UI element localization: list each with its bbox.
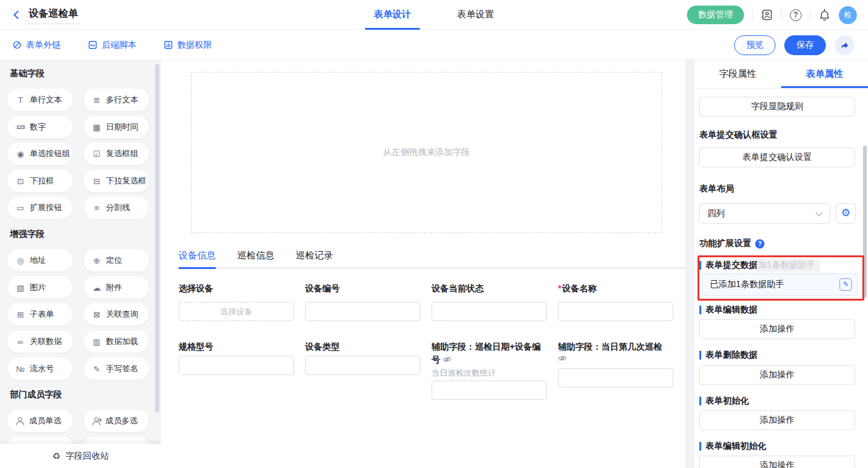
field-aux-date-deviceno[interactable]: 辅助字段：巡检日期+设备编号 当日巡检次数统计	[432, 340, 547, 400]
tab-field-properties[interactable]: 字段属性	[694, 60, 781, 88]
data-permission-action[interactable]: 数据权限	[164, 40, 212, 51]
properties-panel: 字段属性 表单属性 字段显隐规则 表单提交确认框设置 表单提交确认设置 表单布局…	[694, 60, 868, 468]
submit-confirm-settings-button[interactable]: 表单提交确认设置	[699, 148, 855, 167]
field-device-status[interactable]: 设备当前状态	[432, 282, 547, 321]
help-icon[interactable]: ?	[790, 9, 802, 21]
radio-icon: ◉	[16, 150, 25, 158]
backend-script-action[interactable]: 后端脚本	[88, 40, 136, 51]
field-item-multi-dropdown[interactable]: ⊟下拉复选框	[84, 170, 149, 192]
notification-bell-icon[interactable]	[818, 9, 831, 22]
device-no-input[interactable]	[305, 302, 420, 321]
aux-daily-count-input[interactable]	[558, 368, 673, 387]
tab-form-properties[interactable]: 表单属性	[781, 60, 868, 88]
layout-gear-button[interactable]: ⚙	[836, 203, 856, 224]
add-action-button-delete-data[interactable]: 添加操作	[699, 365, 855, 385]
user-icon	[16, 417, 25, 425]
field-aux-daily-count[interactable]: 辅助字段：当日第几次巡检	[558, 340, 673, 387]
tab-form-design[interactable]: 表单设计	[365, 0, 420, 30]
field-visibility-rules-button[interactable]: 字段显隐规则	[699, 97, 855, 117]
field-device-name[interactable]: *设备名称	[558, 282, 673, 321]
field-item-location[interactable]: ⊕定位	[84, 249, 149, 272]
field-label: 设备编号	[305, 282, 420, 295]
field-item-label: 成员多选	[105, 415, 138, 426]
field-item-radio-group[interactable]: ◉单选按钮组	[7, 143, 73, 165]
field-item-relate-query[interactable]: ⊠关联查询	[84, 303, 149, 325]
dropzone[interactable]: 从左侧拖拽来添加字段	[191, 72, 662, 233]
field-label: 设备当前状态	[432, 282, 547, 295]
field-item-member-single[interactable]: 成员单选	[7, 410, 73, 432]
data-assistant-added-box[interactable]: 已添加1条数据助手 ✎	[702, 273, 858, 296]
field-item-datetime[interactable]: ▦日期时间	[84, 116, 149, 138]
field-item-label: 流水号	[30, 363, 54, 374]
device-status-input[interactable]	[432, 302, 547, 321]
checkbox-icon: ☑	[92, 150, 102, 158]
data-manage-button[interactable]: 数据管理	[687, 6, 744, 24]
field-item-label: 关联查询	[106, 309, 138, 320]
form-layout-section-title: 表单布局	[699, 183, 734, 195]
calendar-icon: ▦	[92, 123, 102, 131]
signature-pen-icon: ✎	[92, 365, 102, 373]
field-item-label: 数字	[30, 121, 46, 133]
spec-model-input[interactable]	[179, 356, 294, 375]
share-button[interactable]	[835, 35, 854, 55]
add-action-button-edit-data[interactable]: 添加操作	[699, 319, 855, 339]
field-item-dropdown[interactable]: ⊡下拉框	[7, 170, 73, 192]
subform-icon: ⊞	[16, 311, 25, 319]
edit-icon[interactable]: ✎	[839, 278, 852, 291]
device-type-input[interactable]	[305, 356, 420, 375]
field-item-label: 单选按钮组	[30, 148, 70, 159]
header: 设备巡检单 表单设计 表单设置 数据管理 ? 检	[0, 0, 868, 30]
field-item-serial-number[interactable]: №流水号	[7, 358, 73, 380]
group-form-submit-data: 表单提交数据 加1条数据助手	[699, 259, 820, 272]
field-item-address[interactable]: ◎地址	[7, 249, 73, 272]
field-item-data-load[interactable]: ▥数据加载	[84, 330, 149, 353]
dropzone-hint: 从左侧拖拽来添加字段	[383, 147, 470, 158]
tab-device-info[interactable]: 设备信息	[179, 250, 216, 269]
page-title[interactable]: 设备巡检单	[29, 6, 81, 24]
field-item-signature[interactable]: ✎手写签名	[84, 358, 149, 380]
field-item-divider[interactable]: ≡分割线	[84, 196, 149, 219]
field-item-multi-text[interactable]: ≣多行文本	[84, 89, 149, 111]
tab-inspection-record[interactable]: 巡检记录	[296, 250, 333, 267]
multi-text-icon: ≣	[92, 96, 102, 104]
layout-select[interactable]: 四列	[699, 203, 830, 224]
field-recycle-bin[interactable]: ♻ 字段回收站	[0, 444, 161, 468]
avatar[interactable]: 检	[839, 6, 857, 24]
device-name-input[interactable]	[558, 302, 673, 321]
single-text-icon: T	[16, 96, 25, 104]
group-title: 表单编辑数据	[706, 304, 758, 316]
field-item-label: 附件	[106, 282, 122, 293]
field-item-image[interactable]: ▧图片	[7, 276, 73, 299]
external-link-action[interactable]: 表单外链	[12, 40, 61, 51]
image-icon: ▧	[16, 284, 25, 292]
help-badge-icon[interactable]: ?	[755, 239, 764, 249]
field-select-device[interactable]: 选择设备	[179, 282, 294, 321]
field-item-checkbox-group[interactable]: ☑复选框组	[84, 143, 149, 165]
tab-form-settings[interactable]: 表单设置	[448, 0, 503, 30]
field-item-single-text[interactable]: T单行文本	[7, 89, 73, 111]
sub-toolbar: 表单外链 后端脚本 数据权限 预览 保存	[0, 30, 868, 60]
field-item-subform[interactable]: ⊞子表单	[7, 303, 73, 325]
field-item-attachment[interactable]: ☁附件	[84, 276, 149, 299]
field-item-relate-data[interactable]: ∞关联数据	[7, 330, 73, 353]
field-item-number[interactable]: 123数字	[7, 116, 73, 138]
sidebar-scrollbar[interactable]	[155, 64, 159, 412]
add-action-button-edit-init[interactable]: 添加操作	[699, 456, 855, 468]
field-item-extend-button[interactable]: ▭扩展按钮	[7, 196, 73, 219]
recycle-icon: ♻	[52, 451, 60, 462]
field-device-type[interactable]: 设备类型	[305, 340, 420, 375]
preview-button[interactable]: 预览	[734, 35, 776, 55]
field-spec-model[interactable]: 规格型号	[179, 340, 294, 375]
relate-data-icon: ∞	[16, 338, 25, 346]
aux-date-deviceno-input[interactable]	[432, 381, 547, 400]
select-device-input[interactable]	[179, 302, 294, 321]
field-item-label: 扩展按钮	[30, 202, 62, 213]
contact-book-icon[interactable]	[761, 9, 773, 21]
add-action-button-init[interactable]: 添加操作	[699, 410, 855, 430]
field-device-no[interactable]: 设备编号	[305, 282, 420, 321]
field-item-member-multi[interactable]: 成员多选	[84, 410, 149, 432]
panel-scrollbar[interactable]	[863, 146, 867, 298]
back-icon[interactable]	[11, 9, 22, 20]
tab-inspection-info[interactable]: 巡检信息	[237, 250, 274, 267]
save-button[interactable]: 保存	[784, 35, 826, 55]
